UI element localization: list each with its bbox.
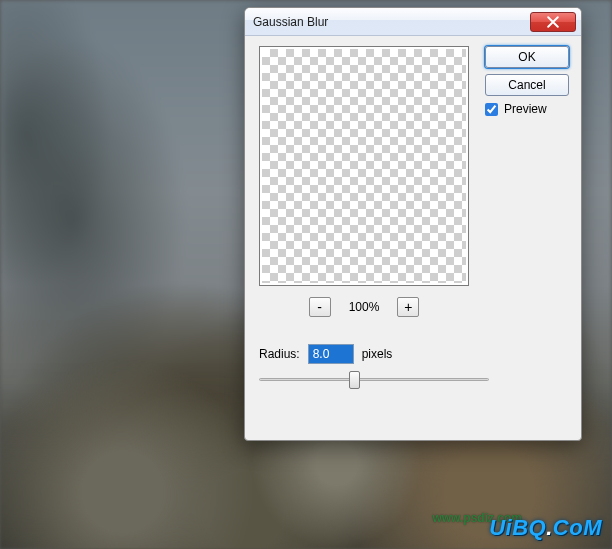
transparency-checker — [262, 49, 466, 283]
close-button[interactable] — [530, 12, 576, 32]
dialog-titlebar[interactable]: Gaussian Blur — [245, 8, 581, 36]
radius-slider[interactable] — [259, 368, 489, 392]
close-icon — [547, 16, 559, 28]
preview-label: Preview — [504, 102, 547, 116]
gaussian-blur-dialog: Gaussian Blur - 100% + OK Cancel — [244, 7, 582, 441]
preview-checkbox[interactable] — [485, 103, 498, 116]
preview-area[interactable] — [259, 46, 469, 286]
zoom-in-button[interactable]: + — [397, 297, 419, 317]
ok-button[interactable]: OK — [485, 46, 569, 68]
cancel-button[interactable]: Cancel — [485, 74, 569, 96]
minus-icon: - — [317, 300, 322, 314]
dialog-title: Gaussian Blur — [253, 15, 530, 29]
radius-unit: pixels — [362, 347, 393, 361]
zoom-out-button[interactable]: - — [309, 297, 331, 317]
ok-label: OK — [518, 50, 535, 64]
slider-thumb[interactable] — [349, 371, 360, 389]
radius-label: Radius: — [259, 347, 300, 361]
plus-icon: + — [404, 300, 412, 314]
dialog-side-buttons: OK Cancel Preview — [485, 46, 569, 116]
radius-row: Radius: pixels — [259, 344, 392, 364]
preview-toggle[interactable]: Preview — [485, 102, 569, 116]
zoom-value: 100% — [349, 300, 380, 314]
radius-input[interactable] — [308, 344, 354, 364]
zoom-controls: - 100% + — [259, 294, 469, 320]
dialog-client: - 100% + OK Cancel Preview Radius: pixel… — [245, 36, 581, 440]
cancel-label: Cancel — [508, 78, 545, 92]
slider-track — [259, 378, 489, 381]
